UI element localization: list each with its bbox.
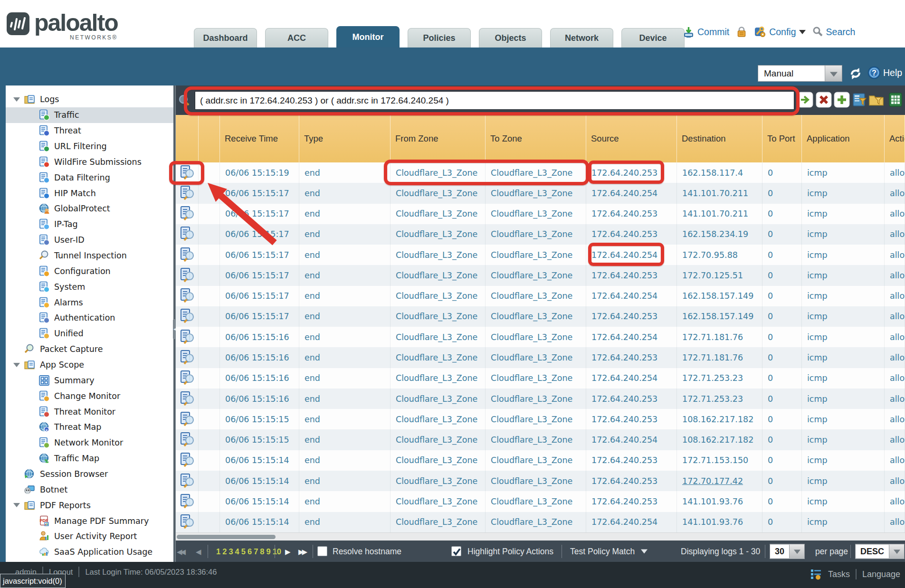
cell-source[interactable]: 172.64.240.253: [586, 306, 677, 327]
cell-action[interactable]: allow: [885, 429, 905, 450]
cell-action[interactable]: allow: [885, 389, 905, 409]
log-row[interactable]: 06/06 15:15:14endCloudflare_L3_ZoneCloud…: [176, 491, 905, 512]
log-detail-icon[interactable]: [176, 368, 199, 389]
sidebar-item-traffic-map[interactable]: Traffic Map: [6, 451, 173, 466]
prev-page-button[interactable]: ◀: [196, 546, 200, 556]
cell-receive-time[interactable]: 06/06 15:15:14: [220, 512, 299, 532]
cell-action[interactable]: allow: [885, 286, 905, 306]
next-page-button[interactable]: ▶: [285, 546, 289, 556]
cell-source[interactable]: 172.64.240.254: [586, 512, 677, 532]
cell-to-zone[interactable]: Cloudflare_L3_Zone: [486, 327, 586, 347]
log-detail-icon[interactable]: [176, 409, 199, 429]
cell-from-zone[interactable]: Cloudflare_L3_Zone: [391, 450, 486, 471]
page-2[interactable]: 2: [222, 547, 227, 556]
refresh-mode-arrow[interactable]: [825, 66, 842, 81]
cell-type[interactable]: end: [299, 347, 391, 368]
cell-action[interactable]: allow: [885, 347, 905, 368]
log-row[interactable]: 06/06 15:15:17endCloudflare_L3_ZoneCloud…: [176, 265, 905, 285]
load-filter-button[interactable]: [868, 92, 885, 108]
page-3[interactable]: 3: [229, 547, 233, 556]
page-8[interactable]: 8: [260, 547, 264, 556]
cell-from-zone[interactable]: Cloudflare_L3_Zone: [391, 204, 486, 224]
sidebar-item-unified[interactable]: Unified: [6, 326, 173, 341]
cell-destination[interactable]: 108.162.217.182: [677, 409, 762, 429]
log-detail-icon[interactable]: [176, 491, 199, 512]
cell-destination[interactable]: 172.71.181.76: [677, 327, 762, 347]
sidebar-item-url-filtering[interactable]: URL Filtering: [6, 139, 173, 154]
log-row[interactable]: 06/06 15:15:14endCloudflare_L3_ZoneCloud…: [176, 471, 905, 491]
cell-type[interactable]: end: [299, 389, 391, 409]
cell-application[interactable]: icmp: [802, 306, 885, 327]
cell-source[interactable]: 172.64.240.253: [586, 265, 677, 285]
log-detail-icon[interactable]: [176, 512, 199, 532]
log-row[interactable]: 06/06 15:15:16endCloudflare_L3_ZoneCloud…: [176, 368, 905, 389]
cell-from-zone[interactable]: Cloudflare_L3_Zone: [391, 491, 486, 512]
first-page-button[interactable]: ◀◀: [177, 546, 184, 556]
cell-application[interactable]: icmp: [802, 327, 885, 347]
config-dropdown[interactable]: Config: [754, 26, 805, 38]
cell-application[interactable]: icmp: [802, 491, 885, 512]
cell-application[interactable]: icmp: [802, 265, 885, 285]
sidebar-item-threat-map[interactable]: xThreat Map: [6, 419, 173, 435]
cell-type[interactable]: end: [299, 265, 391, 285]
log-detail-icon[interactable]: [176, 327, 199, 347]
sidebar-item-session-browser[interactable]: Session Browser: [6, 466, 173, 482]
cell-action[interactable]: allow: [885, 245, 905, 265]
cell-to-port[interactable]: 0: [762, 471, 802, 491]
log-row[interactable]: 06/06 15:15:17endCloudflare_L3_ZoneCloud…: [176, 183, 905, 203]
cell-source[interactable]: 172.64.240.253: [586, 471, 677, 491]
cell-action[interactable]: allow: [885, 204, 905, 224]
cell-action[interactable]: allow: [885, 368, 905, 389]
page-1[interactable]: 1: [216, 547, 220, 556]
log-row[interactable]: 06/06 15:15:17endCloudflare_L3_ZoneCloud…: [176, 306, 905, 327]
cell-to-port[interactable]: 0: [762, 245, 802, 265]
cell-source[interactable]: 172.64.240.254: [586, 429, 677, 450]
tab-dashboard[interactable]: Dashboard: [194, 28, 257, 47]
cell-from-zone[interactable]: Cloudflare_L3_Zone: [391, 347, 486, 368]
cell-from-zone[interactable]: Cloudflare_L3_Zone: [391, 512, 486, 532]
sidebar-item-tunnel-inspection[interactable]: Tunnel Inspection: [6, 248, 173, 264]
log-detail-icon[interactable]: [176, 347, 199, 368]
cell-to-port[interactable]: 0: [762, 512, 802, 532]
log-row[interactable]: 06/06 15:15:14endCloudflare_L3_ZoneCloud…: [176, 450, 905, 471]
column-header-from-zone[interactable]: From Zone: [391, 115, 486, 162]
sidebar-item-ip-tag[interactable]: IP-Tag: [6, 217, 173, 232]
sidebar-item-configuration[interactable]: Configuration: [6, 263, 173, 279]
tab-monitor[interactable]: Monitor: [336, 26, 400, 47]
cell-to-zone[interactable]: Cloudflare_L3_Zone: [486, 471, 586, 491]
log-row[interactable]: 06/06 15:15:15endCloudflare_L3_ZoneCloud…: [176, 409, 905, 429]
log-row[interactable]: 06/06 15:15:17endCloudflare_L3_ZoneCloud…: [176, 245, 905, 265]
sidebar-item-system[interactable]: System: [6, 279, 173, 294]
cell-application[interactable]: icmp: [802, 471, 885, 491]
page-7[interactable]: 7: [254, 547, 258, 556]
refresh-mode-select[interactable]: Manual: [758, 65, 842, 82]
cell-receive-time[interactable]: 06/06 15:15:16: [220, 368, 299, 389]
cell-to-zone[interactable]: Cloudflare_L3_Zone: [486, 512, 586, 532]
log-detail-icon[interactable]: [176, 306, 199, 327]
cell-to-port[interactable]: 0: [762, 183, 802, 203]
cell-to-port[interactable]: 0: [762, 450, 802, 471]
cell-action[interactable]: allow: [885, 491, 905, 512]
cell-destination[interactable]: 141.101.70.211: [677, 183, 762, 203]
horizontal-scrollbar[interactable]: [176, 532, 905, 541]
cell-destination[interactable]: 162.158.157.149: [677, 306, 762, 327]
cell-type[interactable]: end: [299, 204, 391, 224]
cell-to-zone[interactable]: Cloudflare_L3_Zone: [486, 286, 586, 306]
log-detail-icon[interactable]: [176, 204, 199, 224]
log-detail-icon[interactable]: [176, 471, 199, 491]
log-row[interactable]: 06/06 15:15:16endCloudflare_L3_ZoneCloud…: [176, 327, 905, 347]
export-to-csv-button[interactable]: [887, 92, 904, 108]
log-row[interactable]: 06/06 15:15:17endCloudflare_L3_ZoneCloud…: [176, 224, 905, 245]
page-9[interactable]: 9: [267, 547, 271, 556]
cell-destination[interactable]: 172.70.125.51: [677, 265, 762, 285]
tab-policies[interactable]: Policies: [408, 28, 471, 47]
log-detail-icon[interactable]: [176, 245, 199, 265]
sidebar-item-pdf-reports[interactable]: PDF Reports: [6, 497, 173, 513]
cell-from-zone[interactable]: Cloudflare_L3_Zone: [391, 327, 486, 347]
sidebar-item-user-activity-report[interactable]: User Activity Report: [6, 529, 173, 544]
cell-to-zone[interactable]: Cloudflare_L3_Zone: [486, 450, 586, 471]
cell-action[interactable]: allow: [885, 471, 905, 491]
page-5[interactable]: 5: [241, 547, 246, 556]
log-row[interactable]: 06/06 15:15:17endCloudflare_L3_ZoneCloud…: [176, 204, 905, 224]
status-tasks[interactable]: Tasks: [828, 569, 850, 579]
